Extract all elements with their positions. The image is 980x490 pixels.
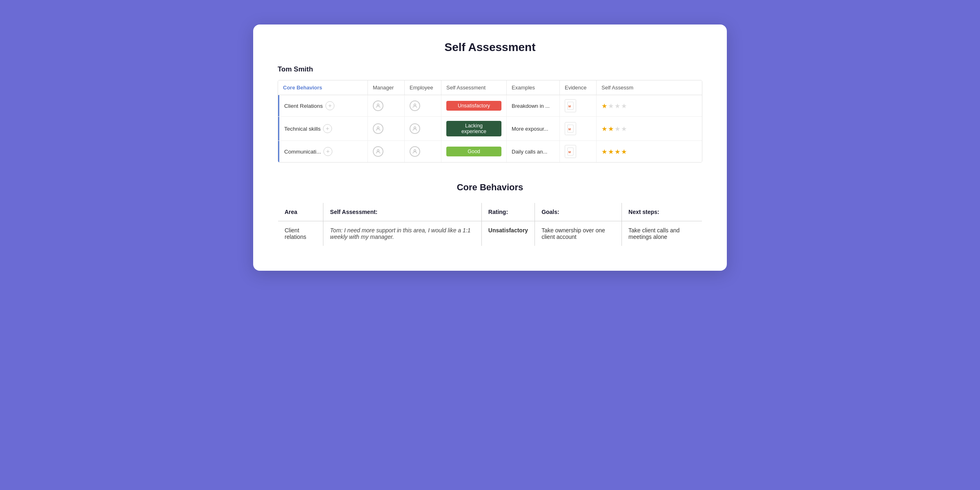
star-2: ★ bbox=[608, 125, 614, 133]
row-1-evidence: M bbox=[560, 95, 597, 116]
badge-row2: Lacking experience bbox=[446, 121, 501, 136]
spreadsheet-table: Core Behaviors Manager Employee Self Ass… bbox=[278, 80, 702, 163]
svg-point-8 bbox=[377, 149, 379, 151]
row-3-self-assessment: Good bbox=[441, 141, 507, 162]
col-header-self-assessm: Self Assessm bbox=[597, 80, 650, 95]
star-3: ★ bbox=[615, 125, 620, 133]
row-1-employee bbox=[405, 95, 441, 116]
table-row: Communicati... ＋ Good Daily calls an... … bbox=[278, 141, 702, 162]
employee-avatar-row1 bbox=[410, 100, 420, 111]
employee-avatar-row3 bbox=[410, 146, 420, 157]
stars-row1: ★ ★ ★ ★ bbox=[601, 102, 627, 110]
detail-goals: Take ownership over one client account bbox=[535, 221, 622, 246]
employee-name: Tom Smith bbox=[278, 65, 702, 74]
svg-point-4 bbox=[377, 127, 379, 129]
col-header-core-behaviors: Core Behaviors bbox=[278, 80, 368, 95]
row-1-self-assessment: Unsatisfactory bbox=[441, 95, 507, 116]
employee-avatar-row2 bbox=[410, 123, 420, 134]
main-card: Self Assessment Tom Smith Core Behaviors… bbox=[253, 24, 727, 271]
col-header-self-assessment: Self Assessment bbox=[441, 80, 507, 95]
star-1: ★ bbox=[601, 125, 607, 133]
detail-rating: Unsatisfactory bbox=[481, 221, 535, 246]
row-3-name: Communicati... ＋ bbox=[278, 141, 368, 162]
row-2-examples: More exposur... bbox=[507, 117, 560, 140]
doc-icon-row3[interactable]: M bbox=[565, 145, 576, 158]
detail-table-row: Client relations Tom: I need more suppor… bbox=[278, 221, 702, 246]
spreadsheet-header: Core Behaviors Manager Employee Self Ass… bbox=[278, 80, 702, 95]
manager-avatar-row3 bbox=[373, 146, 383, 157]
detail-next-steps: Take client calls and meetings alone bbox=[622, 221, 702, 246]
svg-text:M: M bbox=[568, 128, 571, 131]
add-icon-row1[interactable]: ＋ bbox=[325, 101, 334, 110]
row-3-name-text: Communicati... bbox=[284, 149, 321, 155]
row-1-name-text: Client Relations bbox=[284, 103, 323, 109]
doc-icon-row1[interactable]: M bbox=[565, 99, 576, 112]
badge-row3: Good bbox=[446, 147, 501, 156]
row-1-stars: ★ ★ ★ ★ bbox=[597, 95, 650, 116]
row-2-evidence: M bbox=[560, 117, 597, 140]
section-title: Core Behaviors bbox=[278, 182, 702, 193]
row-2-self-assessment: Lacking experience bbox=[441, 117, 507, 140]
star-4: ★ bbox=[621, 148, 627, 156]
svg-point-0 bbox=[377, 104, 379, 106]
star-3: ★ bbox=[615, 148, 620, 156]
row-3-stars: ★ ★ ★ ★ bbox=[597, 141, 650, 162]
row-2-manager bbox=[368, 117, 405, 140]
badge-row1: Unsatisfactory bbox=[446, 101, 501, 111]
col-self-assessment: Self Assessment: bbox=[323, 203, 482, 221]
row-1-examples: Breakdown in ... bbox=[507, 95, 560, 116]
col-next-steps: Next steps: bbox=[622, 203, 702, 221]
stars-row2: ★ ★ ★ ★ bbox=[601, 125, 627, 133]
detail-table: Area Self Assessment: Rating: Goals: Nex… bbox=[278, 203, 702, 246]
stars-row3: ★ ★ ★ ★ bbox=[601, 148, 627, 156]
svg-point-9 bbox=[414, 149, 416, 151]
detail-table-header-row: Area Self Assessment: Rating: Goals: Nex… bbox=[278, 203, 702, 221]
manager-avatar-row1 bbox=[373, 100, 383, 111]
svg-point-1 bbox=[414, 104, 416, 106]
star-4: ★ bbox=[621, 125, 627, 133]
table-row: Technical skills ＋ Lacking experience Mo… bbox=[278, 117, 702, 141]
star-2: ★ bbox=[608, 148, 614, 156]
star-4: ★ bbox=[621, 102, 627, 110]
star-1: ★ bbox=[601, 102, 607, 110]
star-2: ★ bbox=[608, 102, 614, 110]
row-3-employee bbox=[405, 141, 441, 162]
col-goals: Goals: bbox=[535, 203, 622, 221]
svg-text:M: M bbox=[568, 151, 571, 154]
doc-icon-row2[interactable]: M bbox=[565, 122, 576, 135]
page-title: Self Assessment bbox=[278, 41, 702, 54]
row-2-name: Technical skills ＋ bbox=[278, 117, 368, 140]
star-3: ★ bbox=[615, 102, 620, 110]
manager-avatar-row2 bbox=[373, 123, 383, 134]
col-area: Area bbox=[278, 203, 323, 221]
row-2-stars: ★ ★ ★ ★ bbox=[597, 117, 650, 140]
col-header-employee: Employee bbox=[405, 80, 441, 95]
row-1-name: Client Relations ＋ bbox=[278, 95, 368, 116]
row-2-name-text: Technical skills bbox=[284, 126, 321, 132]
row-3-manager bbox=[368, 141, 405, 162]
row-3-evidence: M bbox=[560, 141, 597, 162]
col-rating: Rating: bbox=[481, 203, 535, 221]
col-header-evidence: Evidence bbox=[560, 80, 597, 95]
detail-self-assessment: Tom: I need more support in this area, I… bbox=[323, 221, 482, 246]
star-1: ★ bbox=[601, 148, 607, 156]
row-1-manager bbox=[368, 95, 405, 116]
row-2-employee bbox=[405, 117, 441, 140]
add-icon-row2[interactable]: ＋ bbox=[323, 124, 332, 133]
row-3-examples: Daily calls an... bbox=[507, 141, 560, 162]
add-icon-row3[interactable]: ＋ bbox=[323, 147, 332, 156]
table-row: Client Relations ＋ Unsatisfactory Breakd… bbox=[278, 95, 702, 117]
svg-text:M: M bbox=[568, 105, 571, 108]
svg-point-5 bbox=[414, 127, 416, 129]
col-header-examples: Examples bbox=[507, 80, 560, 95]
col-header-manager: Manager bbox=[368, 80, 405, 95]
detail-area: Client relations bbox=[278, 221, 323, 246]
